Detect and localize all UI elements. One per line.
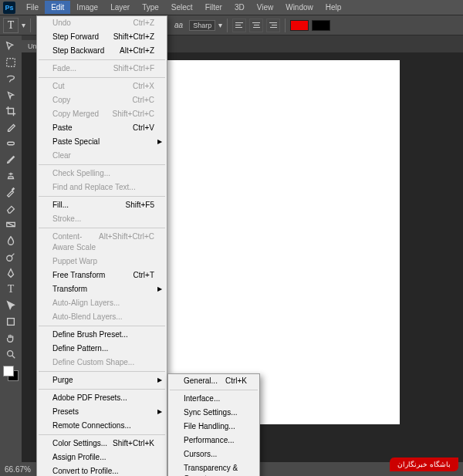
menuitem-auto-align-layers: Auto-Align Layers... [37,296,167,310]
menu-layer[interactable]: Layer [104,1,136,14]
align-center-button[interactable] [249,19,263,32]
menuitem-paste-special[interactable]: Paste Special▶ [37,135,167,149]
menuitem-paste[interactable]: PasteCtrl+V [37,121,167,135]
menu-window[interactable]: Window [279,1,319,14]
text-color-swatch[interactable] [290,20,309,31]
gradient-tool[interactable] [2,217,19,232]
menuitem-cut: CutCtrl+X [37,79,167,93]
svg-point-3 [7,255,12,261]
dropdown-arrow-icon[interactable]: ▾ [218,21,222,29]
menuitem-copy: CopyCtrl+C [37,93,167,107]
path-select-tool[interactable] [2,298,19,313]
antialias-select[interactable]: Sharp [189,20,215,31]
menuitem-step-forward[interactable]: Step ForwardShift+Ctrl+Z [37,30,167,44]
menuitem-adobe-pdf-presets[interactable]: Adobe PDF Presets... [37,391,167,405]
menuitem-copy-merged: Copy MergedShift+Ctrl+C [37,107,167,121]
hand-tool[interactable] [2,330,19,346]
menuitem-transform[interactable]: Transform▶ [37,282,167,296]
menuitem-find-and-replace-text: Find and Replace Text... [37,181,167,194]
type-tool[interactable]: T [2,282,19,297]
menuitem-remote-connections[interactable]: Remote Connections... [37,419,167,433]
menu-image[interactable]: Image [70,1,104,14]
menuitem-convert-to-profile[interactable]: Convert to Profile... [37,464,167,476]
menu-filter[interactable]: Filter [199,1,228,14]
type-tool-preset[interactable]: T [3,18,19,33]
submenu-arrow-icon: ▶ [157,375,162,386]
pen-tool[interactable] [2,265,19,281]
color-swatches[interactable] [3,366,19,381]
menuitem-undo: UndoCtrl+Z [37,16,167,30]
menuitem-stroke: Stroke... [37,212,167,226]
marquee-tool[interactable] [2,55,19,70]
menuitem-assign-profile[interactable]: Assign Profile... [37,451,167,464]
menuitem-interface[interactable]: Interface... [168,392,259,406]
quick-select-tool[interactable] [2,87,19,103]
menu-3d[interactable]: 3D [228,1,251,14]
menuitem-define-pattern[interactable]: Define Pattern... [37,342,167,356]
menuitem-define-custom-shape: Define Custom Shape... [37,356,167,370]
move-tool[interactable] [2,39,19,54]
shape-tool[interactable] [2,314,19,329]
watermark-badge: باشگاه خبرنگاران [390,457,458,471]
blur-tool[interactable] [2,233,19,248]
zoom-level[interactable]: 66.67% [5,465,31,474]
swatch-black[interactable] [312,20,330,31]
zoom-tool[interactable] [2,346,19,362]
history-brush-tool[interactable] [2,184,19,200]
lasso-tool[interactable] [2,71,19,86]
menuitem-puppet-warp: Puppet Warp [37,255,167,268]
crop-tool[interactable] [2,103,19,119]
menu-edit[interactable]: Edit [45,1,70,14]
eyedropper-tool[interactable] [2,120,19,135]
preferences-submenu: General...Ctrl+KInterface...Sync Setting… [167,373,260,476]
app-logo: Ps [3,2,15,14]
eraser-tool[interactable] [2,201,19,216]
submenu-arrow-icon: ▶ [157,407,162,417]
menuitem-file-handling[interactable]: File Handling... [168,420,259,434]
align-right-button[interactable] [266,19,280,32]
menuitem-sync-settings[interactable]: Sync Settings... [168,406,259,420]
svg-rect-4 [8,319,15,326]
menuitem-fill[interactable]: Fill...Shift+F5 [37,198,167,212]
menu-select[interactable]: Select [165,1,199,14]
menuitem-fade: Fade...Shift+Ctrl+F [37,62,167,76]
dropdown-arrow-icon[interactable]: ▾ [22,21,25,29]
menuitem-cursors[interactable]: Cursors... [168,447,259,461]
align-left-button[interactable] [232,19,246,32]
healing-brush-tool[interactable] [2,136,19,151]
brush-tool[interactable] [2,152,19,167]
menu-view[interactable]: View [251,1,280,14]
menuitem-performance[interactable]: Performance... [168,434,259,447]
edit-menu-dropdown: UndoCtrl+ZStep ForwardShift+Ctrl+ZStep B… [36,15,167,476]
menu-file[interactable]: File [20,1,45,14]
tools-panel: T [0,35,22,462]
menuitem-free-transform[interactable]: Free TransformCtrl+T [37,268,167,282]
menu-type[interactable]: Type [136,1,165,14]
menuitem-purge[interactable]: Purge▶ [37,373,167,387]
menuitem-color-settings[interactable]: Color Settings...Shift+Ctrl+K [37,437,167,451]
svg-rect-1 [8,142,15,145]
antialias-label: aa [171,21,186,29]
svg-rect-0 [7,59,15,67]
svg-point-5 [8,351,13,356]
submenu-arrow-icon: ▶ [157,284,162,295]
menu-help[interactable]: Help [319,1,348,14]
menuitem-general[interactable]: General...Ctrl+K [168,374,259,388]
menubar: Ps FileEditImageLayerTypeSelectFilter3DV… [0,0,463,15]
menuitem-auto-blend-layers: Auto-Blend Layers... [37,310,167,324]
clone-stamp-tool[interactable] [2,168,19,184]
menuitem-transparency-gamut[interactable]: Transparency & Gamut... [168,461,259,476]
menuitem-presets[interactable]: Presets▶ [37,405,167,419]
menuitem-content-aware-scale: Content-Aware ScaleAlt+Shift+Ctrl+C [37,230,167,255]
menuitem-check-spelling: Check Spelling... [37,167,167,181]
submenu-arrow-icon: ▶ [157,137,162,147]
menuitem-step-backward[interactable]: Step BackwardAlt+Ctrl+Z [37,44,167,58]
menuitem-define-brush-preset[interactable]: Define Brush Preset... [37,328,167,342]
dodge-tool[interactable] [2,249,19,265]
menuitem-clear: Clear [37,149,167,163]
